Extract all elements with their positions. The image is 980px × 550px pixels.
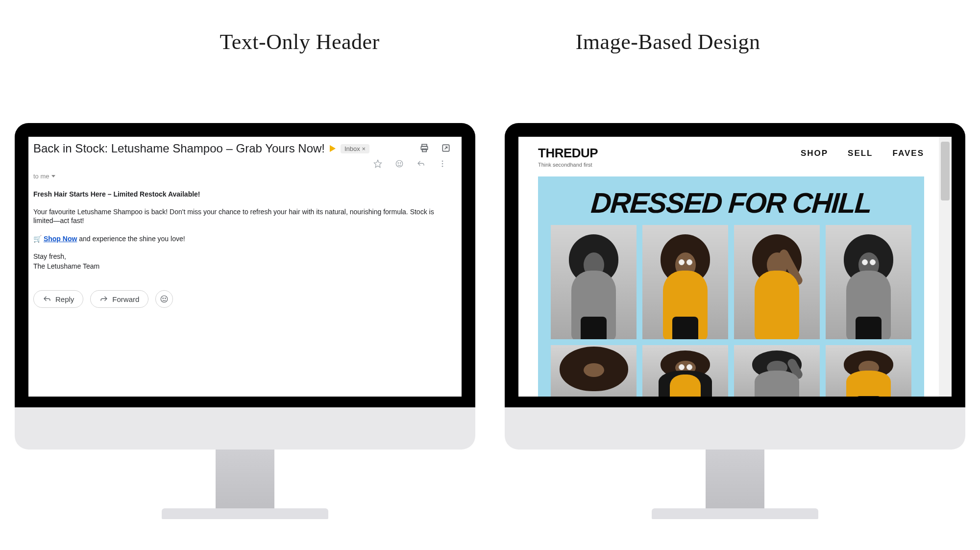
print-icon[interactable] (419, 143, 429, 154)
open-new-window-icon[interactable] (441, 143, 451, 154)
signoff-line2: The Letushame Team (33, 262, 451, 271)
hero-tile-7[interactable] (734, 345, 820, 397)
shop-now-link[interactable]: Shop Now (44, 235, 77, 243)
heading-left: Text-Only Header (220, 29, 379, 54)
monitor-left: Back in Stock: Letushame Shampoo – Grab … (15, 123, 475, 519)
monitor-right: THREDUP Think secondhand first SHOP SELL… (505, 123, 965, 519)
svg-point-12 (163, 298, 164, 299)
emoji-reaction-icon[interactable] (395, 159, 404, 170)
hero-tile-5[interactable] (551, 345, 637, 397)
svg-point-5 (396, 160, 403, 167)
reply-button[interactable]: Reply (33, 290, 83, 308)
svg-point-8 (442, 160, 443, 162)
monitor-stand-base (652, 508, 818, 519)
email-subject: Back in Stock: Letushame Shampoo – Grab … (33, 142, 325, 155)
more-icon[interactable] (438, 159, 447, 170)
chevron-down-icon[interactable] (51, 175, 55, 177)
emoji-button[interactable] (155, 290, 173, 308)
reply-icon[interactable] (416, 159, 425, 170)
svg-point-7 (400, 163, 401, 164)
monitor-chin (505, 407, 965, 450)
monitor-stand-base (162, 508, 328, 519)
importance-marker-icon[interactable] (330, 145, 336, 152)
to-line: to me (33, 173, 49, 180)
svg-point-11 (161, 296, 168, 302)
thredup-logo[interactable]: THREDUP (538, 146, 801, 161)
email-body-tail: and experience the shine you love! (77, 235, 185, 243)
hero-tile-4[interactable] (826, 225, 911, 339)
cart-emoji-icon: 🛒 (33, 235, 42, 243)
hero-tile-1[interactable] (551, 225, 637, 339)
nav-shop[interactable]: SHOP (801, 149, 828, 158)
hero-tile-6[interactable] (642, 345, 728, 397)
monitor-stand-neck (216, 450, 274, 508)
svg-point-10 (442, 166, 443, 167)
star-icon[interactable] (373, 159, 382, 170)
svg-point-13 (165, 298, 166, 299)
nav-faves[interactable]: FAVES (893, 149, 924, 158)
svg-point-9 (442, 163, 443, 165)
hero-tile-8[interactable] (826, 345, 911, 397)
nav-sell[interactable]: SELL (848, 149, 873, 158)
thredup-tagline: Think secondhand first (538, 162, 801, 168)
hero-tile-3[interactable] (734, 225, 820, 339)
svg-point-6 (398, 163, 399, 164)
email-headline: Fresh Hair Starts Here – Limited Restock… (33, 190, 200, 198)
inbox-tag[interactable]: Inbox × (341, 144, 369, 153)
hero-headline: DRESSED FOR CHILL (550, 189, 912, 216)
monitor-chin (15, 407, 475, 450)
hero-banner: DRESSED FOR CHILL (538, 176, 924, 397)
scrollbar-thumb[interactable] (941, 142, 950, 200)
email-body-para1: Your favourite Letushame Shampoo is back… (33, 207, 451, 225)
forward-button[interactable]: Forward (90, 290, 148, 308)
scrollbar[interactable] (939, 137, 952, 397)
monitor-stand-neck (706, 450, 764, 508)
forward-button-label: Forward (112, 295, 139, 303)
heading-right: Image-Based Design (576, 29, 760, 54)
reply-button-label: Reply (55, 295, 74, 303)
hero-tile-2[interactable] (642, 225, 728, 339)
email-cta-line: 🛒 Shop Now and experience the shine you … (33, 234, 451, 243)
signoff-line1: Stay fresh, (33, 252, 451, 261)
svg-marker-4 (374, 160, 382, 168)
